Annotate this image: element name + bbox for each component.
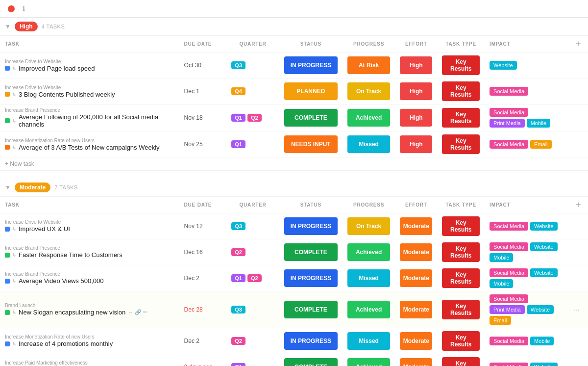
- progress-value[interactable]: Missed: [347, 332, 391, 350]
- effort-cell[interactable]: High: [395, 78, 437, 105]
- group-toggle-high[interactable]: ▼: [5, 23, 11, 30]
- status-cell[interactable]: COMPLETE: [279, 239, 343, 265]
- tasktype-value[interactable]: Key Results: [442, 300, 480, 319]
- progress-value[interactable]: Achieved: [347, 358, 391, 366]
- status-cell[interactable]: IN PROGRESS: [279, 328, 343, 354]
- progress-value[interactable]: Achieved: [347, 109, 391, 127]
- task-name[interactable]: New Slogan encapsulating new vision: [19, 309, 125, 316]
- tasktype-cell[interactable]: Key Results: [437, 213, 485, 239]
- progress-value[interactable]: On Track: [347, 217, 391, 235]
- info-icon[interactable]: ℹ: [23, 5, 25, 12]
- tasktype-cell[interactable]: Key Results: [437, 265, 485, 291]
- effort-cell[interactable]: Moderate: [395, 265, 437, 291]
- progress-value[interactable]: Achieved: [347, 243, 391, 261]
- progress-cell[interactable]: Achieved: [343, 291, 395, 328]
- effort-value[interactable]: Moderate: [400, 332, 432, 350]
- effort-value[interactable]: Moderate: [400, 358, 432, 366]
- status-cell[interactable]: NEEDS INPUT: [279, 131, 343, 157]
- effort-value[interactable]: Moderate: [400, 301, 432, 318]
- tasktype-value[interactable]: Key Results: [442, 331, 480, 351]
- tasktype-cell[interactable]: Key Results: [437, 105, 485, 131]
- effort-value[interactable]: High: [400, 82, 432, 100]
- progress-value[interactable]: Missed: [347, 135, 391, 153]
- progress-cell[interactable]: Missed: [343, 265, 395, 291]
- progress-cell[interactable]: Achieved: [343, 105, 395, 131]
- effort-cell[interactable]: Moderate: [395, 239, 437, 265]
- status-cell[interactable]: IN PROGRESS: [279, 265, 343, 291]
- status-value[interactable]: IN PROGRESS: [284, 217, 338, 235]
- status-value[interactable]: PLANNED: [284, 82, 338, 100]
- row-more-cell[interactable]: [569, 239, 588, 265]
- tasktype-cell[interactable]: Key Results: [437, 78, 485, 105]
- row-more-cell[interactable]: [569, 265, 588, 291]
- effort-cell[interactable]: Moderate: [395, 354, 437, 366]
- effort-cell[interactable]: High: [395, 105, 437, 131]
- progress-value[interactable]: Achieved: [347, 301, 391, 318]
- progress-value[interactable]: On Track: [347, 82, 391, 100]
- row-more-cell[interactable]: ···: [569, 291, 588, 328]
- status-cell[interactable]: IN PROGRESS: [279, 213, 343, 239]
- tasktype-value[interactable]: Key Results: [442, 108, 480, 128]
- tasktype-value[interactable]: Key Results: [442, 268, 480, 288]
- progress-value[interactable]: Missed: [347, 269, 391, 287]
- col-add-header[interactable]: ＋: [569, 196, 588, 213]
- effort-value[interactable]: High: [400, 109, 432, 127]
- status-cell[interactable]: COMPLETE: [279, 291, 343, 328]
- task-name[interactable]: Improved Page load speed: [19, 65, 95, 72]
- task-name[interactable]: Average Following of 200,000 for all Soc…: [19, 113, 174, 128]
- tasktype-value[interactable]: Key Results: [442, 134, 480, 154]
- tasktype-cell[interactable]: Key Results: [437, 52, 485, 78]
- task-name[interactable]: Faster Response Time to Customers: [19, 251, 122, 259]
- tasktype-value[interactable]: Key Results: [442, 216, 480, 236]
- effort-value[interactable]: Moderate: [400, 217, 432, 235]
- effort-cell[interactable]: High: [395, 131, 437, 157]
- effort-value[interactable]: Moderate: [400, 269, 432, 287]
- effort-cell[interactable]: Moderate: [395, 328, 437, 354]
- row-more-cell[interactable]: [569, 105, 588, 131]
- effort-value[interactable]: High: [400, 56, 432, 74]
- tasktype-value[interactable]: Key Results: [442, 242, 480, 262]
- effort-cell[interactable]: Moderate: [395, 291, 437, 328]
- status-cell[interactable]: COMPLETE: [279, 354, 343, 366]
- row-more-cell[interactable]: [569, 52, 588, 78]
- tasktype-cell[interactable]: Key Results: [437, 239, 485, 265]
- row-more-icon[interactable]: ···: [574, 306, 580, 314]
- task-name[interactable]: Improved UX & UI: [19, 225, 70, 233]
- new-task-row-high[interactable]: + New task: [0, 157, 588, 171]
- status-value[interactable]: COMPLETE: [284, 109, 338, 127]
- progress-cell[interactable]: Achieved: [343, 354, 395, 366]
- task-row-actions[interactable]: ↔ 🔗 ✏: [128, 309, 147, 315]
- progress-cell[interactable]: On Track: [343, 213, 395, 239]
- effort-value[interactable]: High: [400, 135, 432, 153]
- effort-cell[interactable]: Moderate: [395, 213, 437, 239]
- task-name[interactable]: Average of 3 A/B Tests of New campaigns …: [19, 144, 160, 151]
- status-value[interactable]: IN PROGRESS: [284, 269, 338, 287]
- status-value[interactable]: IN PROGRESS: [284, 56, 338, 74]
- task-name[interactable]: Increase of 4 promotions monthly: [19, 340, 113, 347]
- effort-cell[interactable]: High: [395, 52, 437, 78]
- tasktype-cell[interactable]: Key Results: [437, 131, 485, 157]
- status-cell[interactable]: PLANNED: [279, 78, 343, 105]
- tasktype-value[interactable]: Key Results: [442, 357, 480, 366]
- status-value[interactable]: NEEDS INPUT: [284, 135, 338, 153]
- row-more-cell[interactable]: [569, 78, 588, 105]
- status-cell[interactable]: IN PROGRESS: [279, 52, 343, 78]
- row-more-cell[interactable]: [569, 131, 588, 157]
- task-name[interactable]: Average Video Views 500,000: [19, 277, 103, 285]
- progress-cell[interactable]: On Track: [343, 78, 395, 105]
- tasktype-cell[interactable]: Key Results: [437, 291, 485, 328]
- tasktype-value[interactable]: Key Results: [442, 81, 480, 101]
- new-task-button[interactable]: [29, 7, 35, 10]
- progress-cell[interactable]: Achieved: [343, 239, 395, 265]
- group-toggle-moderate[interactable]: ▼: [5, 184, 11, 191]
- task-name[interactable]: 3 Blog Contents Published weekly: [19, 91, 115, 98]
- row-more-cell[interactable]: [569, 213, 588, 239]
- status-value[interactable]: COMPLETE: [284, 358, 338, 366]
- status-value[interactable]: COMPLETE: [284, 243, 338, 261]
- col-add-header[interactable]: ＋: [569, 36, 588, 52]
- tasktype-value[interactable]: Key Results: [442, 55, 480, 75]
- tasktype-cell[interactable]: Key Results: [437, 354, 485, 366]
- new-task-label[interactable]: + New task: [0, 157, 588, 171]
- status-value[interactable]: COMPLETE: [284, 301, 338, 318]
- progress-value[interactable]: At Risk: [347, 56, 391, 74]
